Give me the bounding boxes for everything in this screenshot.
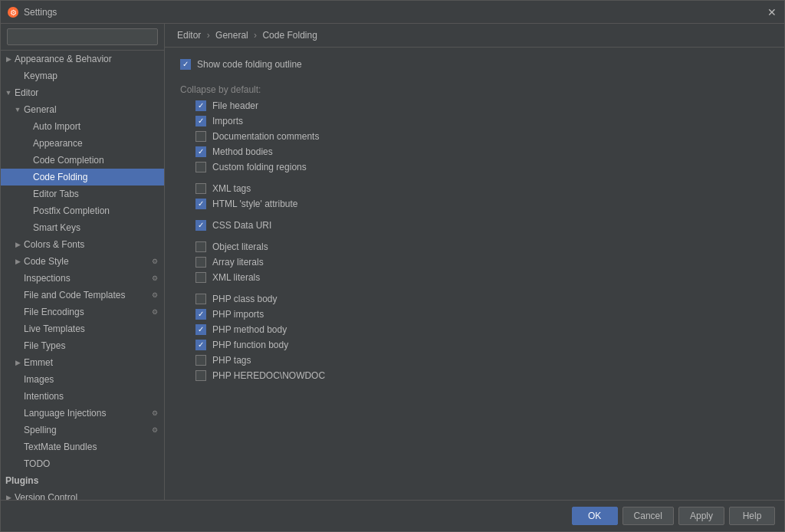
sidebar-item-live-templates[interactable]: Live Templates	[1, 320, 164, 337]
checkbox-label: XML tags	[212, 183, 251, 194]
arrow-icon	[22, 156, 31, 165]
tree: ▶ Appearance & Behavior Keymap ▼ Editor	[1, 51, 164, 500]
sidebar-item-keymap[interactable]: Keymap	[1, 67, 164, 84]
sidebar-item-file-code-templates[interactable]: File and Code Templates ⚙	[1, 287, 164, 304]
checkbox-php-heredoc[interactable]: PHP HEREDOC\NOWDOC	[195, 368, 769, 383]
settings-icon: ⚙	[152, 308, 161, 316]
arrow-icon: ▼	[13, 105, 22, 114]
checkbox-label: XML literals	[212, 272, 260, 283]
breadcrumb: Editor › General › Code Folding	[165, 24, 784, 48]
checkbox-label: PHP method body	[212, 324, 287, 335]
checkbox-object-literals[interactable]: Object literals	[195, 239, 769, 255]
sidebar-item-todo[interactable]: TODO	[1, 455, 164, 472]
checkbox-label: PHP function body	[212, 340, 288, 350]
arrow-icon	[22, 206, 31, 215]
sidebar-item-postfix-completion[interactable]: Postfix Completion	[1, 202, 164, 219]
search-input[interactable]	[7, 28, 158, 45]
checkbox-file-header[interactable]: File header	[195, 98, 769, 113]
apply-button[interactable]: Apply	[678, 507, 724, 525]
sidebar-item-colors-fonts[interactable]: ▶ Colors & Fonts	[1, 236, 164, 253]
arrow-icon: ▶	[13, 240, 22, 249]
ok-button[interactable]: OK	[572, 507, 618, 525]
sidebar-item-appearance[interactable]: Appearance	[1, 135, 164, 152]
settings-body: Show code folding outline Collapse by de…	[165, 48, 784, 500]
checkbox-php-function-body[interactable]: PHP function body	[195, 337, 769, 353]
sidebar-item-plugins[interactable]: Plugins	[1, 472, 164, 489]
arrow-icon	[13, 425, 22, 435]
sidebar-item-appearance-behavior[interactable]: ▶ Appearance & Behavior	[1, 51, 164, 67]
cancel-button[interactable]: Cancel	[622, 507, 674, 525]
arrow-icon	[22, 172, 31, 182]
app-icon: ⚙	[7, 6, 19, 18]
checkbox-php-imports[interactable]: PHP imports	[195, 307, 769, 322]
sidebar-item-inspections[interactable]: Inspections ⚙	[1, 270, 164, 287]
collapse-options-group: File header Imports Documentation commen…	[180, 98, 769, 383]
checkbox-doc-comments[interactable]: Documentation comments	[195, 129, 769, 144]
checkbox-php-tags[interactable]: PHP tags	[195, 353, 769, 368]
sidebar-item-language-injections[interactable]: Language Injections ⚙	[1, 405, 164, 422]
sidebar-item-textmate-bundles[interactable]: TextMate Bundles	[1, 438, 164, 455]
sidebar-item-code-completion[interactable]: Code Completion	[1, 152, 164, 169]
sidebar-item-file-encodings[interactable]: File Encodings ⚙	[1, 304, 164, 320]
checkbox-xml-literals[interactable]: XML literals	[195, 270, 769, 285]
checkbox-indicator	[195, 220, 206, 231]
sidebar-item-images[interactable]: Images	[1, 371, 164, 388]
arrow-icon	[13, 442, 22, 452]
sidebar-item-general[interactable]: ▼ General	[1, 101, 164, 118]
checkbox-css-data-uri[interactable]: CSS Data URI	[195, 218, 769, 233]
arrow-icon	[13, 375, 22, 384]
checkbox-label: PHP HEREDOC\NOWDOC	[212, 370, 325, 381]
sidebar-item-spelling[interactable]: Spelling ⚙	[1, 422, 164, 438]
checkbox-label: Object literals	[212, 241, 268, 252]
checkbox-show-folding-outline[interactable]: Show code folding outline	[180, 57, 769, 72]
checkbox-custom-folding[interactable]: Custom folding regions	[195, 159, 769, 175]
sidebar: ▶ Appearance & Behavior Keymap ▼ Editor	[1, 24, 165, 500]
checkbox-label: PHP imports	[212, 309, 264, 320]
sidebar-item-smart-keys[interactable]: Smart Keys	[1, 219, 164, 236]
window-title: Settings	[24, 7, 766, 18]
checkbox-imports[interactable]: Imports	[195, 113, 769, 129]
checkbox-indicator	[195, 162, 206, 172]
settings-icon: ⚙	[152, 426, 161, 434]
checkbox-label: PHP class body	[212, 294, 278, 304]
checkbox-indicator	[195, 183, 206, 194]
help-button[interactable]: Help	[729, 507, 775, 525]
checkbox-indicator	[195, 340, 206, 350]
sidebar-item-version-control[interactable]: ▶ Version Control	[1, 489, 164, 500]
checkbox-method-bodies[interactable]: Method bodies	[195, 144, 769, 159]
checkbox-label: HTML 'style' attribute	[212, 199, 298, 209]
checkbox-label: Imports	[212, 116, 243, 126]
checkbox-php-method-body[interactable]: PHP method body	[195, 322, 769, 337]
checkbox-xml-tags[interactable]: XML tags	[195, 181, 769, 196]
main-content: ▶ Appearance & Behavior Keymap ▼ Editor	[1, 24, 784, 500]
arrow-icon	[13, 324, 22, 333]
arrow-icon: ▶	[4, 54, 13, 64]
collapse-by-default-label: Collapse by default:	[180, 78, 769, 98]
sidebar-item-file-types[interactable]: File Types	[1, 337, 164, 354]
checkbox-indicator	[195, 324, 206, 335]
checkbox-indicator	[195, 241, 206, 252]
arrow-icon	[13, 307, 22, 317]
checkbox-indicator	[195, 370, 206, 381]
arrow-icon	[22, 223, 31, 232]
checkbox-array-literals[interactable]: Array literals	[195, 255, 769, 270]
checkbox-html-style[interactable]: HTML 'style' attribute	[195, 196, 769, 212]
close-button[interactable]: ✕	[766, 6, 778, 18]
settings-icon: ⚙	[152, 258, 161, 265]
sidebar-item-editor-tabs[interactable]: Editor Tabs	[1, 186, 164, 202]
arrow-icon: ▶	[13, 358, 22, 367]
checkbox-label: CSS Data URI	[212, 220, 271, 231]
settings-icon: ⚙	[152, 291, 161, 299]
sidebar-item-auto-import[interactable]: Auto Import	[1, 118, 164, 135]
sidebar-item-code-style[interactable]: ▶ Code Style ⚙	[1, 253, 164, 270]
checkbox-label: Show code folding outline	[197, 59, 302, 70]
sidebar-item-code-folding[interactable]: Code Folding	[1, 169, 164, 186]
sidebar-item-emmet[interactable]: ▶ Emmet	[1, 354, 164, 371]
arrow-icon	[13, 291, 22, 300]
svg-text:⚙: ⚙	[10, 8, 17, 17]
checkbox-php-class-body[interactable]: PHP class body	[195, 291, 769, 307]
checkbox-indicator	[180, 59, 191, 70]
sidebar-item-intentions[interactable]: Intentions	[1, 388, 164, 405]
checkbox-indicator	[195, 309, 206, 320]
sidebar-item-editor[interactable]: ▼ Editor	[1, 84, 164, 101]
